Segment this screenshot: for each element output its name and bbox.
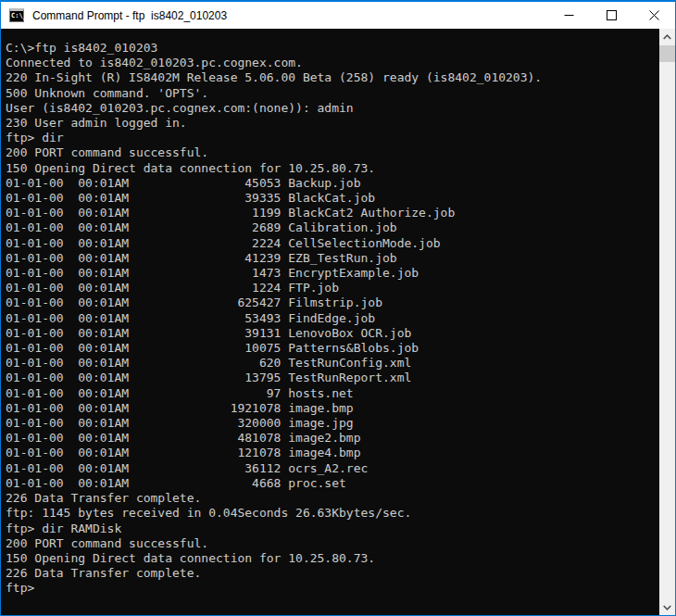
close-button[interactable] (632, 2, 675, 29)
maximize-icon (607, 10, 617, 20)
window-controls (547, 2, 675, 29)
console-area: C:\>ftp is8402_010203 Connected to is840… (1, 29, 675, 615)
console-output[interactable]: C:\>ftp is8402_010203 Connected to is840… (1, 29, 659, 615)
command-prompt-window: C:\_ Command Prompt - ftp is8402_010203 (0, 0, 676, 616)
chevron-up-icon (663, 34, 671, 40)
maximize-button[interactable] (590, 2, 632, 29)
title-bar[interactable]: C:\_ Command Prompt - ftp is8402_010203 (1, 2, 675, 29)
window-title: Command Prompt - ftp is8402_010203 (32, 9, 547, 22)
scroll-up-button[interactable] (659, 29, 675, 44)
scrollbar-thumb[interactable] (659, 45, 675, 62)
minimize-button[interactable] (547, 2, 590, 29)
close-icon (649, 10, 659, 20)
command-prompt-icon-glyph: C:\_ (11, 11, 27, 20)
minimize-icon (564, 10, 574, 20)
vertical-scrollbar[interactable] (659, 29, 675, 615)
command-prompt-icon[interactable]: C:\_ (9, 8, 24, 22)
scroll-down-button[interactable] (659, 599, 675, 615)
chevron-down-icon (663, 605, 671, 610)
